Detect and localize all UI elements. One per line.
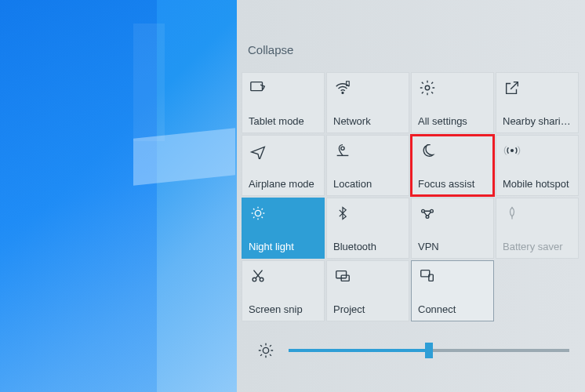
slider-thumb[interactable] [425,343,433,358]
brightness-icon [249,204,267,223]
tile-label: Focus assist [418,178,487,190]
quick-action-grid: Tablet mode Network All settings Nearby … [242,72,579,321]
svg-point-7 [422,209,425,212]
tile-all-settings[interactable]: All settings [411,72,494,133]
tile-battery-saver[interactable]: Battery saver [496,198,579,259]
svg-point-8 [431,209,434,212]
tile-bluetooth[interactable]: Bluetooth [326,198,409,259]
tile-label: Network [333,115,402,127]
tile-label: Bluetooth [333,241,402,252]
tile-label: Airplane mode [249,178,318,190]
tile-label: Nearby sharing [503,115,572,127]
tile-project[interactable]: Project [326,260,409,321]
vpn-icon [418,204,437,223]
action-center-panel: Collapse Tablet mode Network All setting… [237,0,585,392]
tile-focus-assist[interactable]: Focus assist [411,135,494,196]
tile-label: Screen snip [249,303,318,315]
svg-point-1 [342,93,343,94]
svg-rect-14 [421,270,430,277]
tile-label: VPN [418,241,487,252]
svg-point-5 [511,150,514,152]
svg-rect-0 [251,82,263,91]
tile-mobile-hotspot[interactable]: Mobile hotspot [496,135,579,196]
snip-icon [249,267,267,285]
svg-point-4 [341,147,344,150]
tile-label: Location [333,178,402,190]
wifi-icon [333,78,352,97]
tile-label: Mobile hotspot [503,178,572,190]
tile-label: Battery saver [503,241,572,252]
tile-nearby-sharing[interactable]: Nearby sharing [496,72,579,133]
airplane-icon [249,141,267,160]
project-icon [333,267,352,285]
svg-point-3 [425,85,430,90]
collapse-button[interactable]: Collapse [248,43,293,56]
gear-icon [418,78,437,97]
tile-label: Project [333,303,402,315]
desktop-wallpaper [0,0,237,392]
svg-point-6 [255,210,260,216]
slider-track[interactable] [289,349,569,352]
svg-point-16 [263,347,268,353]
tile-night-light[interactable]: Night light [242,198,325,259]
tile-label: All settings [418,115,487,127]
location-icon [333,141,352,160]
tile-connect[interactable]: Connect [411,260,494,321]
tile-screen-snip[interactable]: Screen snip [242,260,325,321]
tile-airplane-mode[interactable]: Airplane mode [242,135,325,196]
tile-tablet-mode[interactable]: Tablet mode [242,72,325,133]
tile-location[interactable]: Location [326,135,409,196]
share-icon [503,78,521,97]
hotspot-icon [503,141,521,160]
svg-point-10 [253,278,256,281]
tablet-icon [249,78,267,97]
tile-vpn[interactable]: VPN [411,198,494,259]
brightness-slider[interactable] [257,339,569,362]
bluetooth-icon [333,204,352,223]
connect-icon [418,267,437,285]
svg-point-11 [260,278,263,281]
moon-icon [418,141,437,160]
sun-icon [257,342,274,359]
slider-fill [289,349,429,352]
leaf-icon [503,204,521,223]
tile-label: Tablet mode [249,115,318,127]
tile-label: Connect [418,303,487,315]
tile-label: Night light [249,241,318,252]
tile-network[interactable]: Network [326,72,409,133]
